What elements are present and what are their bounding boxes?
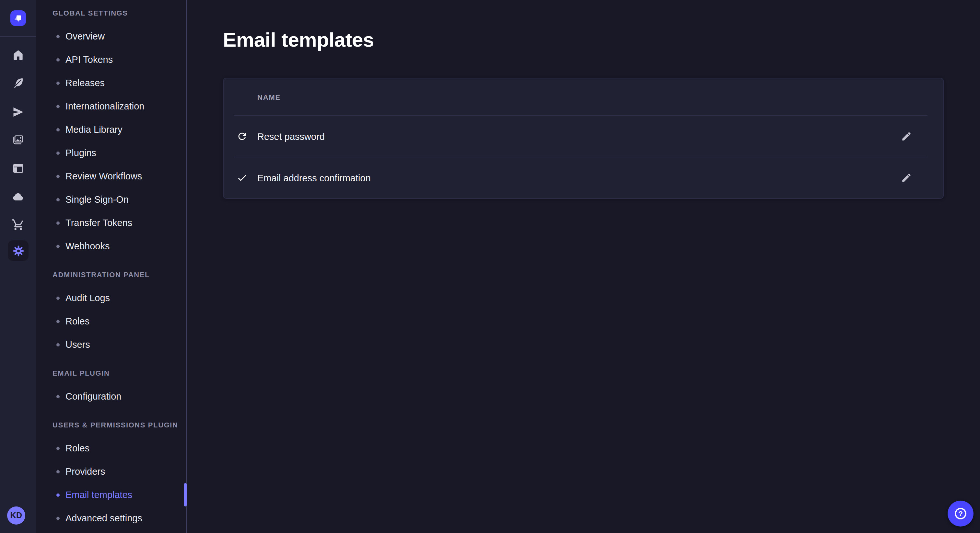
edit-pencil-icon (900, 131, 912, 142)
cart-icon (12, 218, 25, 231)
table-header-row: NAME (224, 78, 943, 115)
sidebar-item-review-workflows[interactable]: Review Workflows (36, 165, 186, 188)
bullet-icon (56, 320, 60, 323)
nav-deploy-button[interactable] (8, 102, 29, 122)
sidebar-section-users-permissions-plugin: USERS & PERMISSIONS PLUGIN Roles Provide… (36, 413, 186, 530)
email-templates-table: NAME Reset password Email add (223, 78, 944, 199)
sidebar-section-administration-panel: ADMINISTRATION PANEL Audit Logs Roles Us… (36, 263, 186, 356)
bullet-icon (56, 105, 60, 108)
sidebar-item-plugins[interactable]: Plugins (36, 141, 186, 165)
bullet-icon (56, 395, 60, 398)
main-content: Email templates NAME Reset password (187, 0, 980, 533)
settings-sidebar: GLOBAL SETTINGS Overview API Tokens Rele… (36, 0, 187, 533)
bullet-icon (56, 447, 60, 450)
paper-plane-icon (12, 106, 25, 119)
sidebar-item-up-roles[interactable]: Roles (36, 436, 186, 460)
bullet-icon (56, 493, 60, 497)
nav-marketplace-button[interactable] (8, 214, 29, 235)
bullet-icon (56, 517, 60, 520)
edit-reset-password-button[interactable] (895, 125, 917, 148)
bullet-icon (56, 198, 60, 201)
template-name: Email address confirmation (257, 173, 371, 183)
cloud-icon (12, 190, 25, 203)
sidebar-item-advanced-settings[interactable]: Advanced settings (36, 506, 186, 530)
sidebar-item-internationalization[interactable]: Internationalization (36, 95, 186, 118)
sidebar-item-api-tokens[interactable]: API Tokens (36, 48, 186, 71)
bullet-icon (56, 174, 60, 178)
sidebar-item-email-templates[interactable]: Email templates (36, 483, 186, 506)
question-mark-icon: ? (953, 506, 968, 521)
sidebar-item-admin-users[interactable]: Users (36, 333, 186, 356)
help-button[interactable]: ? (948, 501, 974, 527)
sidebar-heading: EMAIL PLUGIN (36, 362, 186, 385)
sidebar-item-admin-roles[interactable]: Roles (36, 309, 186, 333)
layout-icon (12, 162, 25, 175)
strapi-admin-screen: KD GLOBAL SETTINGS Overview API Tokens R… (0, 0, 980, 533)
bullet-icon (56, 244, 60, 248)
nav-home-button[interactable] (8, 45, 29, 65)
sidebar-item-webhooks[interactable]: Webhooks (36, 235, 186, 258)
bullet-icon (56, 128, 60, 131)
sidebar-item-single-sign-on[interactable]: Single Sign-On (36, 188, 186, 211)
bullet-icon (56, 343, 60, 346)
edit-email-confirmation-button[interactable] (895, 167, 917, 189)
bullet-icon (56, 470, 60, 473)
nav-content-manager-button[interactable] (8, 73, 29, 93)
bullet-icon (56, 296, 60, 300)
name-column-header: NAME (257, 93, 281, 101)
template-name: Reset password (257, 131, 325, 141)
sidebar-heading: USERS & PERMISSIONS PLUGIN (36, 413, 186, 436)
sidebar-item-releases[interactable]: Releases (36, 71, 186, 95)
nav-cloud-button[interactable] (8, 187, 29, 207)
bullet-icon (56, 58, 60, 61)
avatar-initials: KD (10, 511, 22, 520)
refresh-icon (234, 131, 257, 142)
sidebar-item-audit-logs[interactable]: Audit Logs (36, 286, 186, 309)
page-title: Email templates (223, 29, 374, 52)
sidebar-section-global-settings: GLOBAL SETTINGS Overview API Tokens Rele… (36, 1, 186, 258)
settings-gear-icon (12, 244, 24, 257)
bullet-icon (56, 151, 60, 154)
table-row-reset-password[interactable]: Reset password (224, 116, 943, 157)
sidebar-section-email-plugin: EMAIL PLUGIN Configuration (36, 362, 186, 408)
sidebar-item-overview[interactable]: Overview (36, 25, 186, 48)
sidebar-item-transfer-tokens[interactable]: Transfer Tokens (36, 211, 186, 235)
nav-content-type-builder-button[interactable] (8, 158, 29, 179)
nav-settings-button[interactable] (8, 240, 29, 261)
rail-divider (0, 36, 36, 37)
svg-text:?: ? (958, 509, 963, 518)
user-avatar[interactable]: KD (7, 506, 25, 525)
media-library-icon (12, 133, 25, 146)
check-icon (234, 172, 257, 183)
strapi-logo-button[interactable] (10, 10, 26, 26)
active-item-indicator (184, 483, 187, 506)
bullet-icon (56, 35, 60, 38)
edit-pencil-icon (900, 172, 912, 183)
feather-icon (12, 76, 25, 89)
table-row-email-address-confirmation[interactable]: Email address confirmation (224, 157, 943, 198)
strapi-logo-icon (13, 13, 23, 23)
bullet-icon (56, 81, 60, 84)
bullet-icon (56, 221, 60, 224)
sidebar-item-providers[interactable]: Providers (36, 460, 186, 483)
sidebar-item-email-configuration[interactable]: Configuration (36, 385, 186, 408)
icon-rail: KD (0, 0, 37, 533)
nav-media-library-button[interactable] (8, 130, 29, 150)
home-icon (12, 49, 25, 62)
sidebar-item-media-library[interactable]: Media Library (36, 118, 186, 141)
sidebar-heading: ADMINISTRATION PANEL (36, 263, 186, 286)
sidebar-heading: GLOBAL SETTINGS (36, 1, 186, 25)
